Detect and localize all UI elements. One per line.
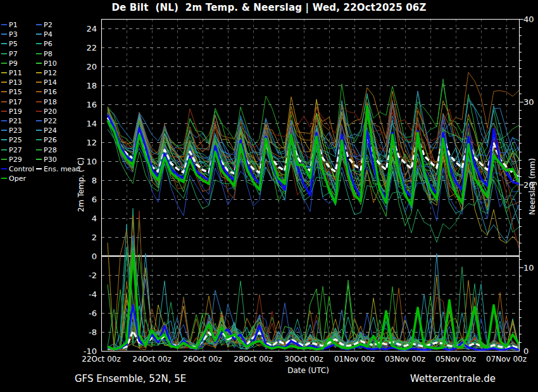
series-precip-p25 [108,241,519,350]
temp-tick-label: 10 [86,157,97,166]
temp-tick-label: 4 [92,214,97,223]
temp-tick-label: 20 [86,62,97,71]
temp-tick-label: 6 [92,195,97,204]
date-tick-label: 24Oct 00z [132,355,171,364]
date-tick-label: 22Oct 00z [82,355,120,364]
temp-tick-label: 0 [92,252,97,261]
temp-tick-label: 14 [86,119,97,128]
precip-tick-label: 30 [523,97,534,107]
temp-tick-label: -8 [89,328,97,337]
member-precip-lines [108,209,519,351]
temp-tick-label: 8 [92,176,97,185]
source-caption: Wetterzentrale.de [410,373,496,384]
date-tick-label: 05Nov 00z [435,355,476,364]
x-axis-title: Date (UTC) [261,366,356,375]
date-tick-label: 28Oct 00z [234,355,272,364]
temp-tick-label: -6 [89,309,97,318]
temp-tick-label: 2 [92,233,97,242]
temp-tick-label: 24 [86,24,97,34]
temp-tick-label: -2 [89,271,97,280]
temp-tick-label: 12 [86,138,97,147]
precip-tick-label: 10 [523,263,534,273]
date-tick-label: 03Nov 00z [385,355,425,364]
ensemble-chart: 242220181614121086420-2-4-6-8-1001020304… [0,0,538,392]
date-tick-label: 30Oct 00z [284,355,323,364]
temp-tick-label: 22 [86,43,97,52]
temp-tick-label: 18 [86,81,97,90]
date-tick-label: 26Oct 00z [183,355,222,364]
temp-tick-label: -4 [89,290,97,299]
date-tick-label: 07Nov 00z [486,355,527,364]
precip-tick-label: 40 [523,15,534,24]
model-caption: GFS Ensemble, 52N, 5E [75,373,186,384]
precip-tick-label: 20 [523,180,534,190]
date-tick-label: 01Nov 00z [334,355,375,364]
temp-tick-label: 16 [86,100,97,109]
plot-frame [101,19,523,351]
meteogram-page: De Bilt (NL) 2m Temp. & Neerslag | Wed, … [0,0,538,392]
